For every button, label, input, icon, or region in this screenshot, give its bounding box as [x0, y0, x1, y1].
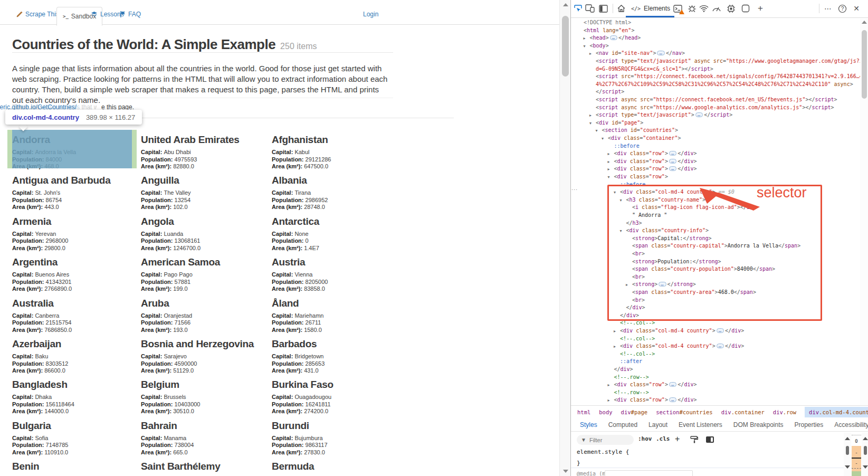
- application-storage-icon[interactable]: [740, 3, 751, 14]
- performance-icon[interactable]: [711, 3, 722, 14]
- styles-scrollbar[interactable]: [844, 433, 851, 476]
- expander-open-icon[interactable]: ▾: [620, 197, 622, 204]
- scroll-up-arrow-icon[interactable]: [863, 437, 868, 440]
- dom-tree-line[interactable]: <br>: [632, 297, 645, 303]
- element-style-rule[interactable]: element.style {: [577, 449, 629, 455]
- expander-open-icon[interactable]: ▾: [608, 174, 610, 180]
- styles-scrollbar-thumb[interactable]: [864, 446, 867, 455]
- expander-closed-icon[interactable]: ▸: [608, 397, 610, 404]
- collapsed-ellipsis-button[interactable]: …: [610, 35, 617, 40]
- dom-tree-line[interactable]: ▾<div id="page">: [596, 120, 643, 126]
- expander-closed-icon[interactable]: ▸: [584, 35, 586, 42]
- styles-tab-event-listeners[interactable]: Event Listeners: [679, 421, 722, 429]
- dom-tree-line[interactable]: <!DOCTYPE html>: [584, 20, 631, 26]
- dom-tree-line[interactable]: ▸<div class="row">…</div>: [614, 150, 697, 157]
- dom-tree-line[interactable]: <i class="flag-icon flag-icon-ad"></i>: [632, 204, 753, 211]
- dom-tree-line[interactable]: ::before: [620, 182, 645, 188]
- dom-tree-line[interactable]: <html lang="en">: [584, 27, 634, 34]
- network-wifi-icon[interactable]: [699, 3, 709, 14]
- breadcrumb-item[interactable]: div#page: [621, 409, 648, 415]
- dom-tree-line[interactable]: d=G-09N5RQCFG4&cx=c&_slc=1"></script>: [596, 66, 713, 72]
- nav-tab-lessons[interactable]: Lessons: [91, 4, 124, 24]
- dom-tree-line[interactable]: " Andorra ": [632, 212, 667, 218]
- styles-tab-accessibility[interactable]: Accessibility: [834, 421, 868, 429]
- home-icon[interactable]: [616, 3, 626, 14]
- collapsed-ellipsis-button[interactable]: …: [669, 382, 676, 387]
- dom-tree-line[interactable]: ▾<div class="container">: [608, 135, 681, 141]
- dom-scrollbar-thumb[interactable]: [862, 30, 867, 99]
- page-scrollbar[interactable]: [559, 0, 571, 476]
- collapsed-ellipsis-button[interactable]: …: [669, 166, 676, 171]
- dom-tree-line[interactable]: </script>: [596, 89, 624, 95]
- dom-tree-line[interactable]: <script type="text/javascript" async src…: [596, 58, 860, 64]
- expander-closed-icon[interactable]: ▸: [608, 151, 610, 157]
- dom-tree-line[interactable]: ::after: [620, 358, 642, 365]
- expander-closed-icon[interactable]: ▸: [614, 328, 616, 335]
- dom-tree-line[interactable]: ▾<section id="countries">: [602, 127, 679, 134]
- styles-tab-properties[interactable]: Properties: [795, 421, 824, 429]
- dom-tree-line[interactable]: <!--.row-->: [614, 374, 649, 380]
- expander-closed-icon[interactable]: ▸: [614, 344, 616, 350]
- tab-elements[interactable]: </> Elements: [626, 0, 675, 17]
- dom-tree-line[interactable]: </div>: [620, 312, 639, 319]
- console-icon[interactable]: [672, 3, 683, 14]
- styles-tab-computed[interactable]: Computed: [608, 421, 637, 429]
- expander-closed-icon[interactable]: ▸: [608, 382, 610, 388]
- dom-tree-line[interactable]: <strong>Population:</strong>: [632, 259, 721, 265]
- inspect-element-icon[interactable]: [573, 3, 583, 14]
- styles-tab-layout[interactable]: Layout: [648, 421, 667, 429]
- dom-tree-line[interactable]: ▸<nav id="site-nav">…</nav>: [596, 50, 685, 56]
- breadcrumb-item[interactable]: body: [599, 409, 612, 415]
- scroll-up-arr​ow-icon[interactable]: [862, 21, 867, 24]
- expander-closed-icon[interactable]: ▸: [608, 159, 610, 165]
- nav-login-link[interactable]: Login: [363, 4, 378, 24]
- dom-tree-line[interactable]: <script async src="https://connect.faceb…: [596, 97, 837, 103]
- collapsed-ellipsis-button[interactable]: …: [669, 151, 676, 156]
- expander-open-icon[interactable]: ▾: [584, 43, 586, 50]
- collapsed-ellipsis-button[interactable]: …: [669, 397, 676, 402]
- expander-closed-icon[interactable]: ▸: [626, 282, 628, 288]
- dom-tree-line[interactable]: </div>: [614, 366, 633, 373]
- dom-tree-line[interactable]: <br>: [632, 274, 645, 280]
- dom-tree-line[interactable]: <span class="country-capital">Andorra la…: [632, 243, 800, 249]
- collapsed-ellipsis-button[interactable]: …: [717, 344, 724, 348]
- scroll-down-arrow-icon[interactable]: [845, 465, 850, 469]
- styles-filter-input[interactable]: ▼ Filter: [577, 435, 634, 445]
- more-options-icon[interactable]: ⋯: [823, 3, 833, 14]
- collapsed-ellipsis-button[interactable]: …: [657, 51, 664, 55]
- scroll-down-arrow-icon[interactable]: [563, 470, 568, 473]
- page-scrollbar-thumb[interactable]: [562, 16, 569, 77]
- dom-gutter-ellipsis[interactable]: ...: [571, 185, 578, 191]
- paint-format-icon[interactable]: [690, 436, 698, 445]
- dom-tree-line[interactable]: ▸<div class="row">…</div>: [614, 166, 697, 172]
- devtools-dom-scrollbar[interactable]: [860, 18, 868, 405]
- box-model-mini-preview[interactable]: 0 - -: [852, 435, 861, 476]
- dom-tree-line[interactable]: ▸<strong>…</strong>: [632, 281, 696, 288]
- dom-tree-line[interactable]: <br>: [632, 251, 645, 257]
- dom-tree-line[interactable]: <span class="country-area">468.0</span>: [632, 289, 756, 296]
- styles-tab-styles[interactable]: Styles: [580, 421, 597, 429]
- dom-tree-line[interactable]: ▸<div class="col-md-4 country">…</div>: [620, 328, 744, 334]
- dom-tree-line[interactable]: ▸<div class="row">…</div>: [614, 158, 697, 165]
- dom-tree-line[interactable]: <script async src="https://www.google-an…: [596, 104, 834, 111]
- dom-tree-line[interactable]: <!--.col-->: [620, 351, 655, 357]
- expander-open-icon[interactable]: ▾: [589, 120, 592, 127]
- dom-tree-line[interactable]: ▾<h3 class="country-name">: [626, 197, 706, 203]
- dom-tree-line[interactable]: <span class="country-population">84000</…: [632, 266, 775, 272]
- dom-tree-line[interactable]: ▸<div class="row">…</div>: [614, 397, 697, 403]
- expander-closed-icon[interactable]: ▸: [608, 166, 610, 173]
- computed-sidebar-toggle-icon[interactable]: [706, 436, 714, 443]
- new-style-rule-button[interactable]: +: [675, 435, 680, 443]
- scroll-down-arrow-icon[interactable]: [863, 465, 868, 469]
- breadcrumb-item[interactable]: section#countries: [656, 409, 712, 415]
- styles-scrollbar-thumb[interactable]: [846, 446, 849, 455]
- issues-bug-icon[interactable]: [686, 3, 697, 14]
- toggle-hover-state-button[interactable]: :hov: [638, 435, 652, 442]
- collapsed-ellipsis-button[interactable]: …: [659, 282, 666, 287]
- dom-tree-line[interactable]: <script src="https://connect.facebook.ne…: [596, 73, 860, 80]
- expander-open-icon[interactable]: ▾: [602, 136, 604, 142]
- dom-tree-line[interactable]: ▸<div class="col-md-4 country">…</div>: [620, 343, 744, 349]
- dom-tree-line[interactable]: <!--.row-->: [614, 389, 649, 396]
- dom-tree-line[interactable]: ▾<body>: [590, 43, 609, 49]
- dom-tree-line[interactable]: <!--.col-->: [620, 336, 655, 342]
